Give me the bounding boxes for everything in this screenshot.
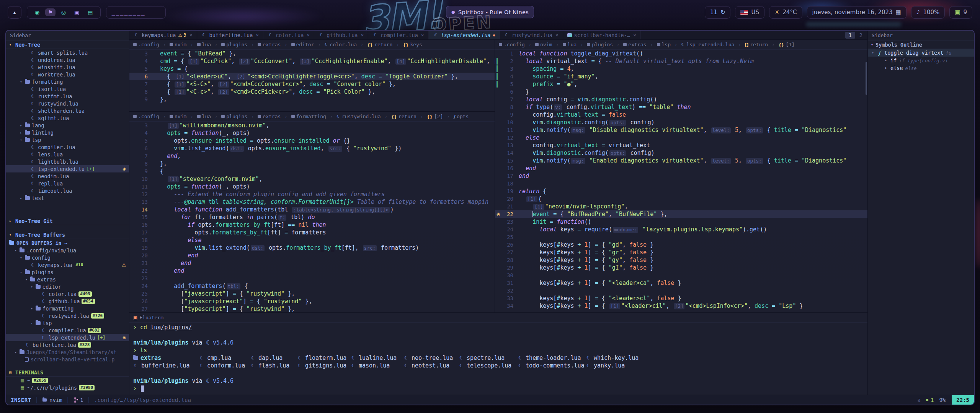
- tab-rustywind-lua[interactable]: ☾rustywind.lua×: [500, 31, 563, 39]
- code-line[interactable]: 21 end: [129, 259, 495, 267]
- breadcrumb-item[interactable]: lua: [197, 114, 211, 119]
- code-line[interactable]: 20 [1]{: [495, 195, 867, 203]
- notifications-module[interactable]: ▣ 9: [949, 6, 972, 19]
- tree-item[interactable]: ☾neodim.lua: [6, 172, 129, 180]
- tree-item[interactable]: ☾lightbulb.lua: [6, 158, 129, 165]
- tree-item[interactable]: ☾github.lua#654: [6, 298, 129, 305]
- breadcrumb-item[interactable]: nvim: [535, 42, 552, 47]
- breadcrumb-item[interactable]: {}[1]: [778, 42, 794, 47]
- tree-item[interactable]: ▾lsp: [6, 136, 129, 143]
- code-line[interactable]: 4 cmd = { [1]"CccPick", [2]"CccConvert",…: [129, 57, 495, 65]
- tree-item[interactable]: ☾timeout.lua: [6, 187, 129, 194]
- code-line[interactable]: 6 }: [495, 88, 867, 96]
- file-entry[interactable]: ☾todo-comments.lua: [518, 362, 586, 369]
- code-line[interactable]: 28 keys[#keys + 1] = { "gy", false }: [495, 256, 867, 264]
- code-line[interactable]: 21 [1]"neovim/nvim-lspconfig",: [495, 203, 867, 210]
- close-icon[interactable]: ×: [189, 32, 193, 38]
- tree-item[interactable]: ☾rustywind.lua#726: [6, 312, 129, 319]
- breadcrumb-item[interactable]: {}keys: [403, 42, 422, 47]
- file-entry[interactable]: ☾neotest.lua: [403, 362, 459, 369]
- tree-item[interactable]: ▤~/.c/n/l/plugins#3980: [6, 384, 129, 391]
- tree-item[interactable]: ▤~#2859: [6, 377, 129, 384]
- breadcrumb-item[interactable]: ☾lsp-extended.lua: [681, 42, 734, 47]
- breadcrumb-item[interactable]: []return: [745, 42, 768, 47]
- tree-item[interactable]: ☾isort.lua: [6, 85, 129, 93]
- code-line[interactable]: 20 end: [129, 252, 495, 259]
- code-line[interactable]: 18: [495, 180, 867, 187]
- tab-bufferline-lua[interactable]: ☾bufferline.lua×: [197, 31, 264, 39]
- file-entry[interactable]: ☾neo-tree.lua: [403, 354, 459, 362]
- code-line[interactable]: 30: [495, 272, 867, 279]
- tab-color-lua[interactable]: ☾color.lua×: [263, 31, 314, 39]
- date-module[interactable]: jueves, noviembre 16, 2023 ▦: [807, 6, 906, 19]
- code-line[interactable]: ▎2 local virtual_text = { -- Default vir…: [495, 57, 867, 65]
- tabpage-1[interactable]: 1: [845, 32, 855, 39]
- tree-item[interactable]: ☾repl.lua: [6, 180, 129, 187]
- code-line[interactable]: 16 end: [495, 164, 867, 172]
- tabpage-2[interactable]: 2: [856, 32, 866, 39]
- code-line[interactable]: 6 vim.list_extend(dst: opts.ensure_insta…: [129, 145, 495, 152]
- code-line[interactable]: 19 vim.list_extend(dst: opts.formatters_…: [129, 244, 495, 252]
- tree-item[interactable]: scrollbar-handle-vertical.p: [6, 356, 129, 363]
- code-line[interactable]: 8 { [1]"<C-c>", [2]"<cmd>CccPick<cr>", d…: [129, 88, 495, 96]
- file-entry[interactable]: ☾bufferline.lua: [133, 362, 199, 369]
- tree-item[interactable]: ▾config: [6, 254, 129, 261]
- code-line[interactable]: 17end: [495, 172, 867, 180]
- code-line[interactable]: 8 if type(v: config.virtual_text) == "ta…: [495, 103, 867, 111]
- code-line[interactable]: 3 [1]"williamboman/mason.nvim",: [129, 122, 495, 129]
- file-entry[interactable]: ☾which-key.lua: [586, 354, 643, 362]
- code-line[interactable]: 15 for ft, formatters in pairs(t: tbl) d…: [129, 213, 495, 221]
- code-line[interactable]: 23: [129, 275, 495, 282]
- outline-item[interactable]: •ifif type(config.vi: [868, 57, 974, 64]
- tree-item[interactable]: ☾bufferline.lua#328: [6, 341, 129, 348]
- outline-item[interactable]: •elseelse: [868, 64, 974, 72]
- code-line[interactable]: 34 keys[#keys + 1] = { [1]"<leader>cil",…: [495, 302, 867, 310]
- scrollbar-thumb[interactable]: [866, 62, 867, 95]
- close-icon[interactable]: ×: [555, 32, 559, 38]
- floaterm-body[interactable]: ›cd lua/plugins/nvim/lua/plugins via ☾ v…: [129, 323, 867, 392]
- weather-module[interactable]: ☀ 24°C: [769, 6, 802, 19]
- tree-item[interactable]: ☾compiler.lua: [6, 143, 129, 151]
- close-icon[interactable]: ×: [421, 32, 424, 38]
- code-line[interactable]: 27 ["typescript"] = { "rustywind" },: [129, 305, 495, 312]
- file-entry[interactable]: ☾dap.lua: [250, 354, 297, 362]
- code-line[interactable]: 13 ---@param tbl table<string, conform.F…: [129, 198, 495, 206]
- tree-item[interactable]: ☾undotree.lua: [6, 56, 129, 63]
- code-line[interactable]: 18 else: [129, 236, 495, 244]
- tree-item[interactable]: ☾smart-splits.lua: [6, 49, 129, 56]
- file-entry[interactable]: ☾lualine.lua: [351, 354, 403, 362]
- search-input[interactable]: [111, 9, 160, 16]
- tree-item[interactable]: ▾.config/nvim/lua: [6, 247, 129, 254]
- code-line[interactable]: 7 local config = vim.diagnostic.config(): [495, 96, 867, 103]
- tree-item[interactable]: ☾lsp-extended.lu[+]◉: [6, 165, 129, 172]
- tree-item[interactable]: ☾lsp-extended.lu[+]◉: [6, 334, 129, 341]
- code-line[interactable]: ▎5 prefix = "●",: [495, 80, 867, 88]
- tree-item[interactable]: ☾shellharden.lua: [6, 107, 129, 114]
- tree-item[interactable]: ▾editor: [6, 283, 129, 290]
- workspace-2-icon[interactable]: ⚑: [45, 8, 56, 16]
- code-line[interactable]: 9 },: [129, 96, 495, 103]
- code-line[interactable]: 14 vim.diagnostic.config(opts: config): [495, 149, 867, 157]
- breadcrumb-item[interactable]: {}return: [367, 42, 392, 47]
- tree-item[interactable]: ▾extras: [6, 276, 129, 283]
- launcher-button[interactable]: ▴: [8, 6, 21, 19]
- code-line[interactable]: 19return {: [495, 187, 867, 195]
- code-line[interactable]: 26 keys[#keys + 1] = { "gd", false }: [495, 241, 867, 249]
- code-line[interactable]: 1local function toggle_diag_virtext(): [495, 50, 867, 57]
- breadcrumb-item[interactable]: extras: [623, 42, 646, 47]
- neotree-section-header[interactable]: ▾ Neo-Tree: [6, 41, 129, 49]
- tree-item[interactable]: ☾compiler.lua#682: [6, 327, 129, 334]
- breadcrumb-item[interactable]: ☾rustywind.lua: [336, 114, 381, 119]
- file-entry[interactable]: ☾mason.lua: [351, 362, 403, 369]
- breadcrumb-item[interactable]: lsp: [657, 42, 671, 47]
- code-line[interactable]: 12 --- Extend the conform plugin config …: [129, 190, 495, 198]
- code-line[interactable]: 11 opts = function(_, opts): [129, 183, 495, 190]
- close-icon[interactable]: ×: [633, 32, 636, 38]
- code-area[interactable]: 3 [1]"williamboman/mason.nvim",4 opts = …: [129, 122, 495, 312]
- code-area[interactable]: 1local function toggle_diag_virtext()▎2 …: [495, 50, 867, 310]
- keyboard-layout-module[interactable]: US: [735, 6, 764, 19]
- file-entry[interactable]: ☾yanky.lua: [586, 362, 643, 369]
- code-line[interactable]: 24 add_formatters(tbl: {: [129, 282, 495, 290]
- code-line[interactable]: 26 ["javascriptreact"] = { "rustywind" }…: [129, 298, 495, 305]
- tree-item[interactable]: ▾formatting: [6, 78, 129, 85]
